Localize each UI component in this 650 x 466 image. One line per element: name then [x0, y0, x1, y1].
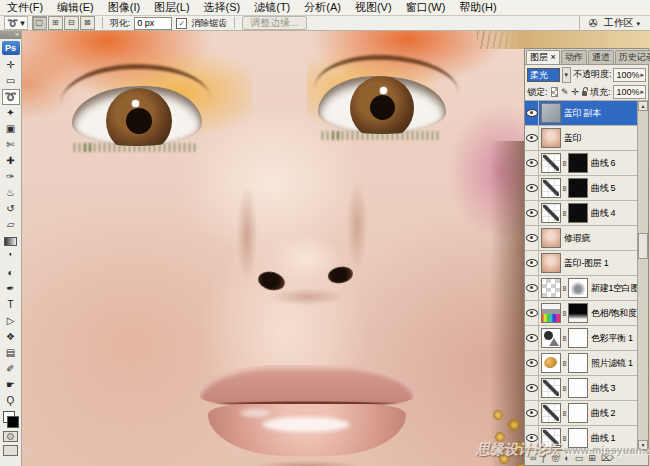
brush-tool[interactable]: ✑	[2, 169, 20, 185]
quick-mask-button[interactable]	[3, 431, 18, 442]
visibility-cell[interactable]	[525, 351, 539, 375]
visibility-cell[interactable]	[525, 251, 539, 275]
zoom-tool[interactable]: Ϙ	[2, 393, 20, 409]
layer-thumbnail[interactable]	[541, 378, 561, 398]
layer-row[interactable]: 8色彩平衡 1	[525, 326, 637, 351]
pen-tool[interactable]: ✒	[2, 281, 20, 297]
layer-thumbnail[interactable]	[541, 328, 561, 348]
layer-style-icon[interactable]: ƒ	[541, 452, 546, 464]
layer-thumbnail[interactable]	[541, 178, 561, 198]
tool-preset-picker[interactable]: ➰ ▾	[4, 16, 28, 30]
layer-name[interactable]: 曲线 2	[588, 407, 637, 420]
crop-tool[interactable]: ▣	[2, 121, 20, 137]
layer-mask-thumbnail[interactable]	[568, 328, 588, 348]
layer-row[interactable]: 修瑕疵	[525, 226, 637, 251]
layer-mask-thumbnail[interactable]	[568, 428, 588, 448]
layer-row[interactable]: 盖印	[525, 126, 637, 151]
menu-item-帮[interactable]: 帮助(H)	[452, 0, 503, 15]
delete-layer-icon[interactable]: ⌦	[601, 452, 614, 464]
visibility-cell[interactable]	[525, 226, 539, 250]
layer-row[interactable]: 8曲线 2	[525, 401, 637, 426]
layer-row[interactable]: 8曲线 1	[525, 426, 637, 450]
menu-item-文[interactable]: 文件(F)	[0, 0, 50, 15]
scroll-up-button[interactable]: ▲	[638, 101, 648, 111]
fill-value[interactable]: 100% ▸	[613, 85, 646, 99]
eye-icon[interactable]	[526, 109, 538, 117]
visibility-cell[interactable]	[525, 126, 539, 150]
visibility-cell[interactable]	[525, 276, 539, 300]
layer-thumbnail[interactable]	[541, 303, 561, 323]
layer-name[interactable]: 色彩平衡 1	[588, 332, 637, 345]
subtract-from-selection-button[interactable]: ⊟	[64, 16, 79, 30]
visibility-cell[interactable]	[525, 401, 539, 425]
add-to-selection-button[interactable]: ⊞	[48, 16, 63, 30]
lock-transparency-icon[interactable]	[551, 87, 559, 97]
visibility-cell[interactable]	[525, 151, 539, 175]
eye-icon[interactable]	[526, 309, 538, 317]
layer-thumbnail[interactable]	[541, 203, 561, 223]
blur-tool[interactable]: ❜	[2, 249, 20, 265]
visibility-cell[interactable]	[525, 101, 539, 125]
new-layer-icon[interactable]: ⊞	[588, 452, 596, 464]
new-group-icon[interactable]: ▭	[575, 452, 584, 464]
type-tool[interactable]: T	[2, 297, 20, 313]
gradient-tool[interactable]	[2, 233, 20, 249]
eye-icon[interactable]	[526, 159, 538, 167]
layer-name[interactable]: 盖印	[561, 132, 637, 145]
workspace-button[interactable]: 工作区 ▾	[604, 16, 640, 30]
layer-name[interactable]: 曲线 6	[588, 157, 637, 170]
dodge-tool[interactable]: ◐	[2, 265, 20, 281]
layer-name[interactable]: 盖印 副本	[561, 107, 637, 120]
layer-thumbnail[interactable]	[541, 153, 561, 173]
tab-历史记录[interactable]: 历史记录	[615, 50, 650, 64]
magic-wand-tool[interactable]: ✦	[2, 105, 20, 121]
tab-动作[interactable]: 动作	[561, 50, 587, 64]
blend-mode-arrow[interactable]: ▼	[562, 67, 571, 83]
eye-icon[interactable]	[526, 134, 538, 142]
layer-mask-thumbnail[interactable]	[568, 353, 588, 373]
eye-icon[interactable]	[526, 384, 538, 392]
layer-name[interactable]: 曲线 4	[588, 207, 637, 220]
visibility-cell[interactable]	[525, 426, 539, 450]
eye-icon[interactable]	[526, 184, 538, 192]
layer-mask-thumbnail[interactable]	[568, 153, 588, 173]
layer-row[interactable]: 8曲线 6	[525, 151, 637, 176]
layer-name[interactable]: 照片滤镜 1	[588, 357, 637, 370]
eraser-tool[interactable]: ▱	[2, 217, 20, 233]
layer-row[interactable]: 8照片滤镜 1	[525, 351, 637, 376]
history-brush-tool[interactable]: ↺	[2, 201, 20, 217]
layer-name[interactable]: 盖印-图层 1	[561, 257, 637, 270]
layer-mask-thumbnail[interactable]	[568, 203, 588, 223]
path-select-tool[interactable]: ▷	[2, 313, 20, 329]
screen-mode-button[interactable]	[3, 445, 18, 456]
notes-tool[interactable]: ▤	[2, 345, 20, 361]
layer-mask-thumbnail[interactable]	[568, 303, 588, 323]
layer-row[interactable]: 8色相/饱和度 2	[525, 301, 637, 326]
intersect-selection-button[interactable]: ⊠	[80, 16, 95, 30]
shape-tool[interactable]: ❖	[2, 329, 20, 345]
layer-name[interactable]: 曲线 5	[588, 182, 637, 195]
feather-input[interactable]: 0 px	[134, 17, 172, 30]
layer-mask-thumbnail[interactable]	[568, 178, 588, 198]
layer-thumbnail[interactable]	[541, 403, 561, 423]
eye-icon[interactable]	[526, 259, 538, 267]
layer-mask-thumbnail[interactable]	[568, 278, 588, 298]
scroll-down-button[interactable]: ▼	[638, 440, 648, 450]
layer-mask-thumbnail[interactable]	[568, 378, 588, 398]
menu-item-图[interactable]: 图层(L)	[147, 0, 196, 15]
menu-item-窗[interactable]: 窗口(W)	[399, 0, 453, 15]
new-selection-button[interactable]: ▢	[32, 16, 47, 30]
antialias-checkbox[interactable]: ✓	[176, 18, 187, 29]
toolbox-grip[interactable]: »	[0, 31, 21, 39]
layer-row[interactable]: 8曲线 3	[525, 376, 637, 401]
tab-通道[interactable]: 通道	[588, 50, 614, 64]
opacity-spinner[interactable]: ▸	[640, 69, 644, 81]
layer-row[interactable]: 8曲线 4	[525, 201, 637, 226]
lock-all-icon[interactable]	[582, 91, 587, 96]
layer-row[interactable]: 8曲线 5	[525, 176, 637, 201]
clone-stamp-tool[interactable]: ♨	[2, 185, 20, 201]
layer-name[interactable]: 新建1空白图层	[588, 282, 637, 295]
layer-thumbnail[interactable]	[541, 128, 561, 148]
menu-item-视[interactable]: 视图(V)	[348, 0, 399, 15]
lock-pixels-icon[interactable]: ✎	[561, 87, 569, 97]
